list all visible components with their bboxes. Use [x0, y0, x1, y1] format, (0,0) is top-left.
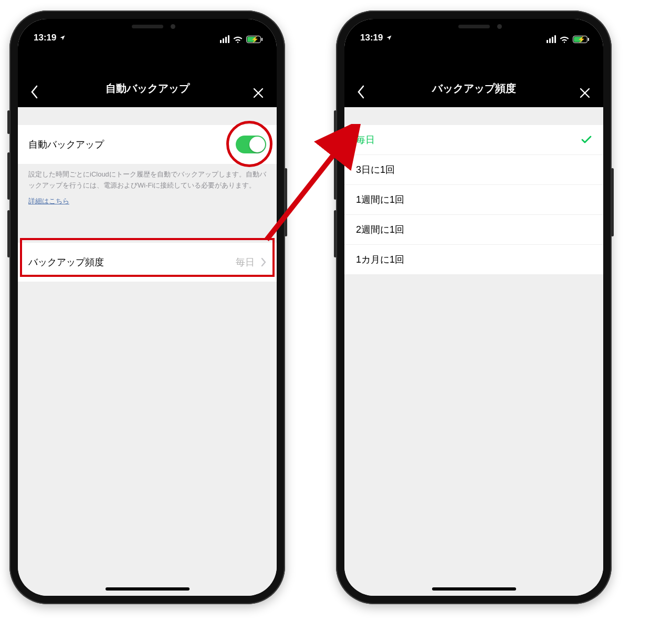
frequency-options: 毎日 3日に1回 1週間に1回 2週間に1回 1カ月に1回 [344, 125, 603, 274]
freq-option-weekly[interactable]: 1週間に1回 [344, 184, 603, 214]
notch [414, 19, 534, 36]
battery-icon: ⚡ [573, 36, 587, 43]
location-icon [386, 35, 392, 41]
freq-option-biweekly[interactable]: 2週間に1回 [344, 214, 603, 244]
home-indicator[interactable] [432, 587, 516, 591]
wifi-icon [233, 36, 243, 43]
back-button[interactable] [357, 85, 365, 99]
navbar: 自動バックアップ [18, 46, 277, 107]
check-icon [581, 136, 592, 144]
backup-frequency-label: バックアップ頻度 [28, 256, 104, 268]
back-button[interactable] [30, 85, 38, 99]
page-title: バックアップ頻度 [432, 81, 516, 107]
close-icon [253, 87, 264, 99]
chevron-left-icon [30, 85, 38, 99]
chevron-right-icon [261, 257, 266, 267]
power-button [285, 168, 287, 236]
home-indicator[interactable] [106, 587, 190, 591]
mute-switch [7, 110, 10, 134]
close-icon [579, 87, 591, 99]
freq-option-label: 3日に1回 [356, 163, 395, 176]
phone-right: 13:19 ⚡ バックアップ頻度 [336, 11, 612, 604]
freq-option-label: 1カ月に1回 [356, 253, 404, 266]
auto-backup-description: 設定した時間ごとにiCloudにトーク履歴を自動でバックアップします。自動バック… [18, 164, 277, 193]
volume-up [7, 152, 10, 200]
battery-icon: ⚡ [246, 36, 261, 43]
chevron-left-icon [357, 85, 365, 99]
power-button [611, 168, 614, 236]
freq-option-3days[interactable]: 3日に1回 [344, 154, 603, 184]
mute-switch [334, 110, 337, 134]
volume-down [7, 210, 10, 257]
freq-option-daily[interactable]: 毎日 [344, 125, 603, 154]
freq-option-label: 毎日 [356, 133, 375, 146]
close-button[interactable] [579, 87, 591, 99]
volume-up [334, 152, 337, 200]
location-icon [59, 35, 66, 41]
cellular-icon [547, 35, 556, 43]
close-button[interactable] [253, 87, 264, 99]
wifi-icon [560, 36, 569, 43]
cellular-icon [220, 35, 229, 43]
backup-frequency-row[interactable]: バックアップ頻度 毎日 [18, 243, 277, 282]
navbar: バックアップ頻度 [344, 46, 603, 107]
status-time: 13:19 [34, 33, 56, 43]
details-link[interactable]: 詳細はこちら [18, 193, 80, 206]
volume-down [334, 210, 337, 257]
auto-backup-row: 自動バックアップ [18, 125, 277, 164]
notch [87, 19, 208, 36]
phone-left: 13:19 ⚡ 自動バックアップ [9, 11, 285, 604]
freq-option-monthly[interactable]: 1カ月に1回 [344, 244, 603, 274]
page-title: 自動バックアップ [106, 81, 190, 107]
freq-option-label: 1週間に1回 [356, 193, 404, 206]
backup-frequency-value: 毎日 [236, 256, 255, 268]
status-time: 13:19 [360, 33, 383, 43]
auto-backup-label: 自動バックアップ [28, 138, 104, 151]
freq-option-label: 2週間に1回 [356, 223, 404, 236]
auto-backup-toggle[interactable] [236, 136, 266, 153]
